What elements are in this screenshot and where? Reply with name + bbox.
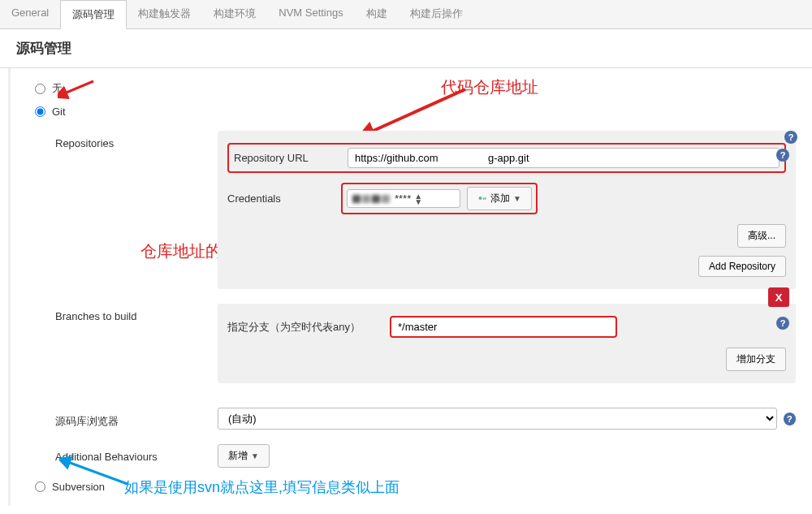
repositories-panel: ? Repository URL Credentials **** ▲▼ (218, 131, 796, 289)
repo-url-input[interactable] (348, 148, 780, 168)
scm-section-body: 代码仓库地址 仓库地址的账号密码(我是使用github) 选择对哪个分支部署 如… (8, 68, 812, 506)
credentials-masked: **** (395, 192, 411, 205)
scm-svn-label: Subversion (52, 481, 105, 493)
scm-none-row[interactable]: 无 (35, 76, 796, 101)
help-icon[interactable]: ? (784, 412, 796, 425)
repo-buttons-right2: Add Repository (227, 256, 786, 277)
credentials-select[interactable]: **** ▲▼ (347, 189, 460, 208)
scm-git-radio[interactable] (35, 106, 45, 117)
tab-env[interactable]: 构建环境 (202, 0, 267, 28)
branches-label: Branches to build (55, 304, 218, 322)
caret-down-icon: ▼ (251, 451, 259, 460)
branch-spec-input[interactable] (390, 316, 617, 338)
scm-section-title: 源码管理 (0, 29, 812, 68)
add-repository-button[interactable]: Add Repository (698, 256, 786, 277)
scm-svn-row[interactable]: Subversion (35, 476, 796, 498)
help-icon[interactable]: ? (776, 149, 789, 162)
scm-git-label: Git (52, 106, 66, 118)
repo-buttons-right: 高级... (227, 224, 786, 248)
tab-scm[interactable]: 源码管理 (60, 0, 127, 29)
scm-git-row[interactable]: Git (35, 101, 796, 123)
repo-url-row: Repository URL (227, 143, 786, 173)
branch-spec-row: 指定分支（为空时代表any） (227, 316, 786, 338)
branches-panel: X ? 指定分支（为空时代表any） 增加分支 (218, 304, 796, 383)
credentials-value-obscured (352, 195, 390, 203)
scm-none-radio[interactable] (35, 84, 45, 94)
credentials-row: Credentials **** ▲▼ 添加 ▼ (227, 183, 786, 214)
repo-url-label: Repository URL (234, 152, 348, 164)
branches-row: Branches to build X ? 指定分支（为空时代表any） 增加分… (55, 304, 796, 383)
credentials-label: Credentials (227, 192, 341, 205)
advanced-button[interactable]: 高级... (737, 224, 786, 248)
add-credentials-button[interactable]: 添加 ▼ (467, 187, 532, 210)
repo-browser-select[interactable]: (自动) (218, 408, 777, 430)
behaviours-row: Additional Behaviours 新增 ▼ (55, 444, 796, 468)
branch-buttons-right: 增加分支 (227, 348, 786, 371)
config-tabs: General 源码管理 构建触发器 构建环境 NVM Settings 构建 … (0, 0, 812, 29)
help-icon[interactable]: ? (784, 131, 797, 144)
key-icon (477, 194, 487, 204)
caret-down-icon: ▼ (513, 194, 521, 203)
updown-icon: ▲▼ (414, 193, 422, 205)
add-behaviour-label: 新增 (228, 449, 248, 463)
tab-build[interactable]: 构建 (355, 0, 399, 28)
behaviours-label: Additional Behaviours (55, 444, 218, 463)
help-icon[interactable]: ? (776, 317, 789, 330)
scm-none-label: 无 (52, 81, 63, 96)
branch-spec-label: 指定分支（为空时代表any） (227, 320, 390, 335)
tab-general[interactable]: General (0, 0, 60, 28)
delete-branch-button[interactable]: X (768, 287, 789, 307)
add-branch-button[interactable]: 增加分支 (726, 348, 786, 371)
add-behaviour-button[interactable]: 新增 ▼ (218, 444, 270, 468)
git-config-block: Repositories ? Repository URL Credential… (55, 131, 796, 468)
scm-svn-radio[interactable] (35, 482, 45, 492)
tab-nvm[interactable]: NVM Settings (267, 0, 354, 28)
repositories-label: Repositories (55, 131, 218, 149)
browser-row: 源码库浏览器 (自动) ? (55, 408, 796, 430)
repositories-row: Repositories ? Repository URL Credential… (55, 131, 796, 289)
browser-label: 源码库浏览器 (55, 408, 218, 429)
tab-triggers[interactable]: 构建触发器 (127, 0, 202, 28)
tab-post[interactable]: 构建后操作 (399, 0, 474, 28)
triggers-section-title: 构建触发器 (0, 506, 812, 514)
add-credentials-label: 添加 (490, 192, 510, 205)
